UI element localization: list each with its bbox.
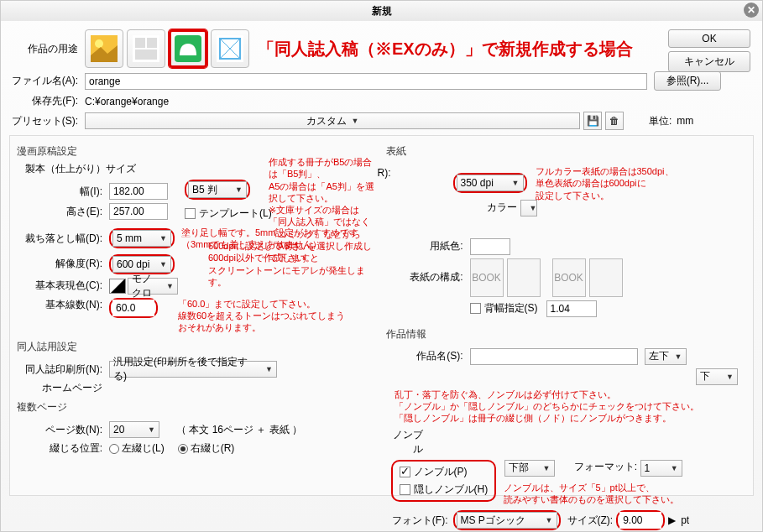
- cover-color-dropdown[interactable]: ▼: [520, 200, 537, 216]
- purpose-illustration-icon[interactable]: [85, 29, 123, 68]
- workname-pos-dropdown[interactable]: 左下▼: [645, 348, 687, 365]
- nombre-checkbox[interactable]: [400, 467, 410, 477]
- cover-res-dropdown[interactable]: 350 dpi▼: [457, 175, 524, 191]
- paper-color-label: 用紙色:: [386, 239, 470, 253]
- close-icon[interactable]: ✕: [744, 3, 759, 18]
- pages-label: ページ数(N):: [17, 423, 109, 437]
- bind-left-radio[interactable]: [109, 444, 119, 454]
- width-label: 幅(I):: [17, 185, 109, 199]
- homepage-label: ホームページ: [17, 381, 109, 395]
- nombre-annot-2: ノンブルは、サイズ「5」pt以上で、 読みやすい書体のものを選択して下さい。: [504, 482, 747, 506]
- filename-label: ファイル名(A):: [9, 74, 85, 88]
- nombre-title: ノンブル: [386, 428, 428, 456]
- printer-label: 同人誌印刷所(N):: [17, 362, 109, 377]
- workname-label: 作品名(S):: [386, 349, 470, 363]
- saveto-label: 保存先(F):: [9, 94, 85, 108]
- unit-value: mm: [677, 115, 693, 127]
- svg-rect-5: [135, 50, 157, 60]
- purpose-anime-icon[interactable]: [211, 29, 249, 68]
- hidden-nombre-label: 隠しノンブル(H): [414, 483, 489, 495]
- nombre-label: ノンブル(P): [414, 466, 468, 477]
- spine-checkbox[interactable]: [470, 303, 481, 314]
- size-annot: 作成する冊子がB5の場合は「B5判」、 A5の場合は「A5判」を選択して下さい。…: [269, 156, 378, 264]
- saveto-value: C:¥orange¥orange: [85, 96, 169, 107]
- bind-right-radio[interactable]: [178, 444, 188, 454]
- pos2-dropdown[interactable]: 下▼: [696, 368, 738, 385]
- preset-save-icon[interactable]: 💾: [583, 112, 602, 130]
- browse-button[interactable]: 参照(R)...: [654, 71, 721, 91]
- cover-dpi-annot: フルカラー表紙の場合は350dpi、 単色表紙の場合は600dpiに 設定して下…: [536, 165, 674, 201]
- unit-label: 単位:: [649, 114, 672, 128]
- window-title: 新規: [372, 5, 392, 17]
- fontsize-label: サイズ(Z):: [567, 514, 614, 528]
- cover-color-label: カラー: [487, 201, 517, 215]
- svg-point-1: [95, 39, 103, 48]
- nombre-annot-1: 乱丁・落丁を防ぐ為、ノンブルは必ず付けて下さい。 「ノンブル」か「隠しノンブル」…: [395, 389, 747, 425]
- res-dropdown[interactable]: 600 dpi▼: [112, 256, 171, 273]
- preset-dropdown[interactable]: カスタム▼: [85, 112, 580, 129]
- preset-label: プリセット(S):: [9, 114, 85, 128]
- bind-label: 綴じる位置:: [17, 441, 109, 456]
- template-label: テンプレート(L): [199, 207, 272, 219]
- color-label: 基本表現色(C):: [17, 279, 109, 293]
- cover-layout-4-icon[interactable]: [589, 258, 623, 297]
- filename-input[interactable]: [85, 73, 647, 90]
- template-checkbox[interactable]: [185, 208, 196, 219]
- bind-right-label: 右綴じ(R): [191, 441, 235, 456]
- banner-annot: 「同人誌入稿（※EXのみ）」で新規作成する場合: [258, 38, 633, 60]
- purpose-comic-icon[interactable]: [127, 29, 165, 68]
- workname-input[interactable]: [470, 348, 638, 365]
- printer-dropdown[interactable]: 汎用設定(印刷所を後で指定する)▼: [109, 361, 277, 378]
- res-label: 解像度(R):: [17, 257, 109, 271]
- bleed-label: 裁ち落とし幅(D):: [17, 232, 109, 246]
- bleed-dropdown[interactable]: 5 mm▼: [112, 230, 171, 247]
- lines-label: 基本線数(N):: [17, 298, 109, 312]
- color-dropdown[interactable]: モノクロ▼: [128, 278, 178, 295]
- pages-note: （ 本文 16ページ ＋ 表紙 ）: [176, 423, 302, 437]
- height-input[interactable]: [109, 203, 168, 220]
- ok-button[interactable]: OK: [668, 29, 750, 48]
- size-preset-dropdown[interactable]: B5 判▼: [188, 181, 247, 198]
- preset-delete-icon[interactable]: 🗑: [605, 112, 624, 130]
- cover-layout-1-icon[interactable]: BOOK: [470, 258, 504, 297]
- purpose-label: 作品の用途: [9, 42, 85, 56]
- cover-layout-3-icon[interactable]: BOOK: [552, 258, 586, 297]
- format-label: フォーマット:: [574, 461, 637, 472]
- width-input[interactable]: [109, 183, 168, 200]
- hidden-nombre-checkbox[interactable]: [400, 484, 410, 495]
- title-bar: 新規 ✕: [1, 1, 762, 21]
- spine-label: 背幅指定(S): [484, 301, 538, 316]
- format-dropdown[interactable]: 1▼: [640, 460, 682, 477]
- fontsize-input[interactable]: [619, 512, 661, 529]
- cover-layout-2-icon[interactable]: [507, 258, 541, 297]
- cancel-button[interactable]: キャンセル: [668, 51, 750, 72]
- nombre-pos-dropdown[interactable]: 下部▼: [504, 460, 555, 477]
- info-group-title: 作品情報: [386, 326, 747, 345]
- lines-input[interactable]: [112, 300, 154, 316]
- multi-group-title: 複数ページ: [17, 399, 378, 418]
- spine-input[interactable]: [546, 300, 597, 317]
- purpose-doujin-icon[interactable]: [169, 29, 207, 68]
- lines-annot: 「60.0」までに設定して下さい。 線数60を超えるトーンはつぶれてしまう おそ…: [178, 298, 345, 334]
- paper-color-swatch[interactable]: [470, 238, 510, 255]
- svg-rect-4: [147, 38, 157, 48]
- font-label: フォント(F):: [386, 514, 453, 528]
- svg-rect-3: [135, 38, 145, 48]
- bind-left-label: 左綴じ(L): [122, 441, 165, 456]
- height-label: 高さ(E):: [17, 205, 109, 219]
- cover-group-title: 表紙: [386, 143, 747, 162]
- font-dropdown[interactable]: MS Pゴシック▼: [457, 512, 557, 529]
- pages-dropdown[interactable]: 20▼: [109, 421, 159, 438]
- color-swatch: [109, 279, 126, 294]
- pt-label: pt: [681, 514, 689, 526]
- cover-layout-label: 表紙の構成:: [386, 270, 470, 284]
